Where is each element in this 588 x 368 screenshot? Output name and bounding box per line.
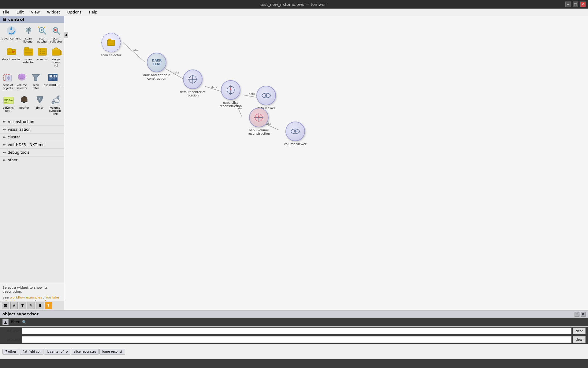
widget-notifier[interactable]: notifier [17,93,32,117]
svg-rect-71 [108,39,111,41]
widget-edf2nxs[interactable]: EDF→ nxs edf2nxs-nxt... [1,93,16,117]
widget-scan-filter[interactable]: scan filter [29,71,43,91]
node-scan-selector[interactable]: scan selector [101,33,121,57]
edf2nxs-label: edf2nxs-nxt... [2,106,16,112]
supervisor-close-button[interactable]: ✕ [581,312,586,317]
widget-scan-validator[interactable]: scan validator [49,24,63,44]
select-widget-text: Select a widget to show its description. [2,286,61,294]
svg-point-56 [52,101,54,104]
volume-viewer-circle [285,122,305,141]
close-button[interactable]: ✕ [580,2,586,7]
dataset-input[interactable] [22,328,571,334]
tab-slice-recon[interactable]: slice reconstru [71,349,99,355]
svg-rect-51 [23,102,25,103]
tab-other[interactable]: 7 other [2,349,19,355]
node-nabu-slice[interactable]: nabu slicereconstruction [220,80,242,108]
lt-center-text: lt center of ro [47,350,68,353]
svg-rect-70 [107,40,115,46]
tab-lt-center[interactable]: lt center of ro [44,349,70,355]
default-cor-label: default center ofrotation [180,90,205,97]
widget-serie-of-objects[interactable]: serie of objects [1,71,15,91]
single-tomo-obj-label: single tomo obj [50,58,62,67]
widget-scan-watcher[interactable]: scan watcher [35,24,49,44]
slice-recon-text: slice reconstru [74,350,96,353]
svg-marker-37 [52,47,60,50]
toolbar-hash-button[interactable]: # [10,302,18,309]
svg-line-12 [43,32,46,34]
toolbar-pause-button[interactable]: ⏸ [36,302,43,309]
svg-text:data: data [211,86,217,89]
menu-edit[interactable]: Edit [15,9,25,15]
sidebar-category-reconstruction[interactable]: ✏ reconstruction [0,118,64,126]
toolbar-edit-button[interactable]: ✎ [28,302,35,309]
cluster-icon: ✏ [3,135,6,139]
svg-text:BLISS: BLISS [49,75,57,78]
nabu-slice-circle [221,80,240,100]
widget-volume-selector[interactable]: volume selector [15,71,29,91]
svg-point-43 [18,74,25,79]
scan-watcher-label: scan watcher [36,37,48,43]
toolbar-help-button[interactable]: ? [45,302,52,309]
process-input[interactable] [22,336,571,343]
visualization-label: visualization [8,127,31,132]
cluster-label: cluster [8,135,20,139]
supervisor-shrink-button[interactable]: ⊟ [575,312,579,317]
node-data-viewer[interactable]: data viewer [256,86,276,110]
widget-single-tomo-obj[interactable]: single tomo obj [49,45,63,68]
toolbar-text-button[interactable]: T [19,302,26,309]
filter-collapse-button[interactable]: ▲ [2,319,9,325]
svg-point-11 [41,29,43,31]
toolbar-grid-button[interactable]: ⊞ [2,302,9,309]
default-cor-circle [183,69,203,89]
window-title: test_new_nxtomo.ows — tomwer [21,2,565,7]
widget-grid-3: EDF→ nxs edf2nxs-nxt... [0,92,64,118]
svg-rect-25 [24,47,29,49]
scan-list-icon [37,46,48,57]
widget-bliss[interactable]: BLISS HDF5 bliss(HDFS)... [43,71,63,91]
menu-widget[interactable]: Widget [45,9,62,15]
volume-selector-label: volume selector [16,84,28,90]
sidebar-category-other[interactable]: ✏ other [0,156,64,164]
widget-advancement[interactable]: advancement [1,24,21,44]
workflow-examples-link[interactable]: workflow examples [10,295,42,299]
sidebar-collapse-button[interactable]: ◀ [64,32,68,38]
edit-hdf5-label: edit HDF5 - NXTomo [8,143,44,147]
svg-marker-38 [60,50,61,55]
volume-viewer-label: volume viewer [284,142,307,146]
menu-options[interactable]: Options [65,9,83,15]
maximize-button[interactable]: □ [573,2,578,7]
svg-rect-24 [24,49,33,55]
menu-view[interactable]: View [29,9,41,15]
node-volume-viewer[interactable]: volume viewer [284,122,307,146]
minimize-button[interactable]: − [565,2,571,7]
titlebar-controls[interactable]: − □ ✕ [565,2,586,7]
widget-timer[interactable]: timer [32,93,47,117]
sidebar-category-cluster[interactable]: ✏ cluster [0,133,64,141]
widget-data-transfer[interactable]: data transfer [1,45,21,68]
obj-supervisor-header: object supervisor ⊟ ✕ [0,310,588,318]
menu-file[interactable]: File [1,9,11,15]
svg-rect-36 [52,50,60,55]
obj-supervisor-title: object supervisor [2,312,39,316]
process-clear-button[interactable]: clear [573,336,586,343]
canvas-area[interactable]: data data data data data data [64,16,588,310]
node-default-cor[interactable]: default center ofrotation [180,69,205,97]
reconstruction-icon: ✏ [3,120,6,124]
dataset-clear-button[interactable]: clear [573,328,586,334]
menu-help[interactable]: Help [87,9,99,15]
process-label: process [2,337,21,342]
dark-flat-label: dark and flat fieldconstruction [143,73,170,80]
widget-scan-selector-palette[interactable]: scan selector [22,45,35,68]
sidebar-category-visualization[interactable]: ✏ visualization [0,126,64,133]
tab-volume-reconst[interactable]: lume reconst [99,349,125,355]
sidebar-category-debug-tools[interactable]: ✏ debug tools [0,148,64,156]
scan-validator-label: scan validator [50,37,62,43]
node-dark-flat[interactable]: DARKFLAT dark and flat fieldconstruction [143,53,170,80]
sidebar-category-edit-hdf5[interactable]: ✏ edit HDF5 - NXTomo [0,141,64,148]
widget-volume-symbolic-link[interactable]: volume symbolic link [48,93,63,117]
widget-scan-listener[interactable]: scan listener [22,24,35,44]
widget-scan-list[interactable]: scan list [35,45,49,68]
svg-text:data: data [249,92,255,96]
tab-flat-field-cor[interactable]: flat field cor [20,349,43,355]
node-nabu-volume[interactable]: nabu volumereconstruction [248,108,270,135]
